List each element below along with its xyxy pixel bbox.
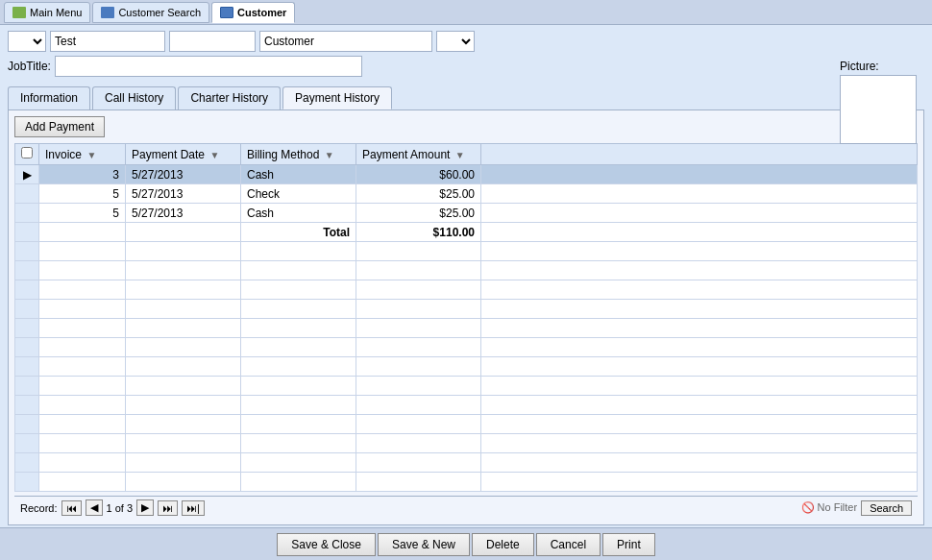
customer-form: JobTitle: Picture: bbox=[8, 31, 924, 81]
table-row[interactable]: ▶ 3 5/27/2013 Cash $60.00 bbox=[15, 165, 918, 184]
tab-payment-history[interactable]: Payment History bbox=[282, 86, 392, 110]
empty-row bbox=[15, 319, 918, 338]
record-label: Record: bbox=[20, 502, 58, 514]
empty-row bbox=[15, 473, 918, 492]
empty-row bbox=[15, 453, 918, 473]
payment-date-sort-icon: ▼ bbox=[209, 150, 219, 160]
jobtitle-input[interactable] bbox=[55, 56, 362, 77]
header-billing-method[interactable]: Billing Method ▼ bbox=[241, 144, 356, 165]
invoice-cell: 5 bbox=[39, 204, 126, 223]
last-record-button[interactable]: ⏭ bbox=[158, 500, 178, 516]
payment-date-cell: 5/27/2013 bbox=[126, 204, 241, 223]
header-check bbox=[15, 144, 39, 165]
picture-box bbox=[840, 75, 917, 144]
empty-row bbox=[15, 300, 918, 319]
table-row[interactable]: 5 5/27/2013 Check $25.00 bbox=[15, 184, 918, 204]
delete-button[interactable]: Delete bbox=[472, 533, 534, 556]
tab-bar-customer-search-label: Customer Search bbox=[118, 7, 201, 18]
billing-method-sort-icon: ▼ bbox=[325, 150, 334, 160]
header-invoice[interactable]: Invoice ▼ bbox=[39, 144, 126, 165]
total-label-cell bbox=[39, 223, 126, 242]
row-indicator bbox=[15, 223, 39, 242]
empty-row bbox=[15, 357, 918, 377]
current-record-num: 1 bbox=[107, 502, 112, 514]
table-header-row: Invoice ▼ Payment Date ▼ Billing Method … bbox=[15, 144, 918, 165]
header-payment-date[interactable]: Payment Date ▼ bbox=[126, 144, 241, 165]
next-record-button[interactable]: ▶ bbox=[136, 499, 154, 516]
row-indicator: ▶ bbox=[15, 165, 39, 184]
empty-row bbox=[15, 377, 918, 396]
save-new-button[interactable]: Save & New bbox=[378, 533, 470, 556]
customer-icon bbox=[220, 7, 233, 18]
empty-row bbox=[15, 280, 918, 300]
invoice-sort-icon: ▼ bbox=[86, 150, 96, 160]
extra-cell bbox=[481, 223, 918, 242]
main-content: JobTitle: Picture: Information Call Hist… bbox=[0, 25, 932, 527]
tab-call-history[interactable]: Call History bbox=[92, 86, 176, 110]
empty-row bbox=[15, 242, 918, 261]
table-row[interactable]: 5 5/27/2013 Cash $25.00 bbox=[15, 204, 918, 223]
picture-label: Picture: bbox=[840, 60, 917, 73]
payment-amount-sort-icon: ▼ bbox=[455, 150, 465, 160]
row-indicator bbox=[15, 184, 39, 204]
extra-cell bbox=[481, 204, 918, 223]
header-extra bbox=[481, 144, 918, 165]
first-name-input[interactable] bbox=[50, 31, 165, 52]
payment-date-cell: 5/27/2013 bbox=[126, 165, 241, 184]
of-label: of bbox=[115, 502, 124, 514]
total-records: 3 bbox=[127, 502, 133, 514]
add-payment-button[interactable]: Add Payment bbox=[14, 116, 105, 137]
billing-method-cell: Cash bbox=[241, 165, 356, 184]
tab-information[interactable]: Information bbox=[8, 86, 90, 110]
cancel-button[interactable]: Cancel bbox=[536, 533, 601, 556]
tab-bar-customer-label: Customer bbox=[237, 7, 286, 18]
total-row: Total $110.00 bbox=[15, 223, 918, 242]
total-label: Total bbox=[241, 223, 356, 242]
section-tabs: Information Call History Charter History… bbox=[8, 86, 924, 110]
total-amount: $110.00 bbox=[356, 223, 481, 242]
picture-area: Picture: bbox=[840, 60, 917, 144]
billing-method-cell: Cash bbox=[241, 204, 356, 223]
empty-row bbox=[15, 261, 918, 280]
new-record-button[interactable]: ⏭| bbox=[182, 500, 205, 516]
prefix-dropdown[interactable] bbox=[8, 31, 46, 52]
prev-record-button[interactable]: ◀ bbox=[86, 499, 103, 516]
search-button[interactable]: Search bbox=[861, 500, 912, 516]
name-row bbox=[8, 31, 924, 52]
home-icon bbox=[12, 7, 26, 18]
tab-bar-customer-search[interactable]: Customer Search bbox=[92, 2, 209, 23]
jobtitle-label: JobTitle: bbox=[8, 60, 51, 73]
payment-table: Invoice ▼ Payment Date ▼ Billing Method … bbox=[14, 143, 918, 492]
select-all-checkbox[interactable] bbox=[21, 147, 33, 158]
no-filter-label: 🚫 No Filter bbox=[801, 501, 858, 514]
bottom-button-bar: Save & Close Save & New Delete Cancel Pr… bbox=[0, 527, 932, 560]
search-icon bbox=[101, 7, 114, 18]
empty-row bbox=[15, 415, 918, 434]
payment-amount-cell: $25.00 bbox=[356, 204, 481, 223]
invoice-cell: 3 bbox=[39, 165, 126, 184]
middle-name-input[interactable] bbox=[169, 31, 256, 52]
payment-date-cell: 5/27/2013 bbox=[126, 184, 241, 204]
row-indicator bbox=[15, 204, 39, 223]
navigation-bar: Record: ⏮ ◀ 1 of 3 ▶ ⏭ ⏭| 🚫 No Filter Se… bbox=[14, 496, 918, 519]
suffix-dropdown[interactable] bbox=[436, 31, 475, 52]
empty-row bbox=[15, 338, 918, 357]
payment-amount-cell: $25.00 bbox=[356, 184, 481, 204]
print-button[interactable]: Print bbox=[602, 533, 655, 556]
billing-method-cell: Check bbox=[241, 184, 356, 204]
tab-bar-main-menu[interactable]: Main Menu bbox=[4, 2, 90, 23]
empty-row bbox=[15, 434, 918, 453]
total-date-cell bbox=[126, 223, 241, 242]
payment-history-panel: Add Payment Invoice ▼ Payment Date ▼ bbox=[8, 110, 924, 525]
extra-cell bbox=[481, 165, 918, 184]
invoice-cell: 5 bbox=[39, 184, 126, 204]
window-tab-bar: Main Menu Customer Search Customer bbox=[0, 0, 932, 25]
jobtitle-row: JobTitle: bbox=[8, 56, 924, 77]
save-close-button[interactable]: Save & Close bbox=[277, 533, 376, 556]
first-record-button[interactable]: ⏮ bbox=[61, 500, 82, 516]
last-name-input[interactable] bbox=[259, 31, 432, 52]
header-payment-amount[interactable]: Payment Amount ▼ bbox=[356, 144, 481, 165]
current-record: 1 of 3 bbox=[107, 502, 134, 514]
tab-charter-history[interactable]: Charter History bbox=[178, 86, 281, 110]
tab-bar-customer[interactable]: Customer bbox=[211, 2, 295, 23]
